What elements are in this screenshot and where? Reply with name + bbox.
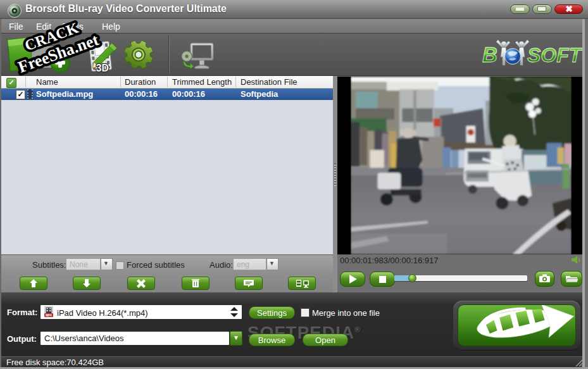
- svg-text:B: B: [482, 43, 497, 66]
- svg-text:MP4: MP4: [46, 314, 52, 317]
- svg-text:SOFT: SOFT: [527, 44, 583, 66]
